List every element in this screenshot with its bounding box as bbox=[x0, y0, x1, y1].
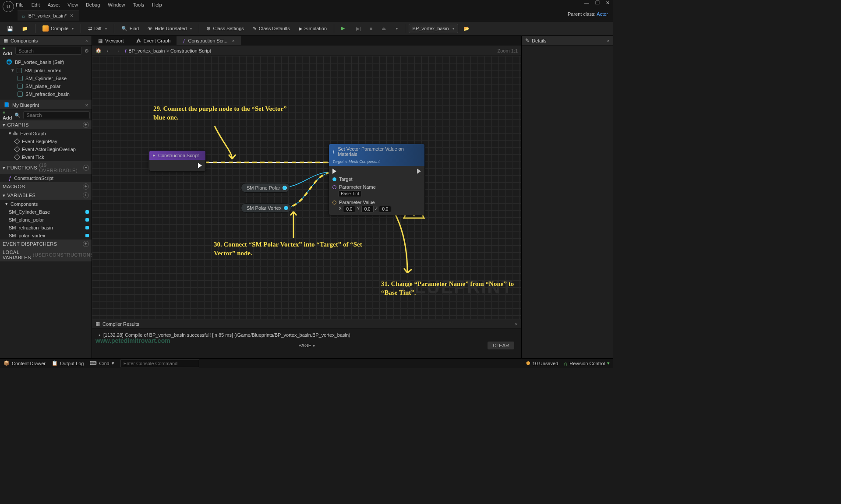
revision-control-button[interactable]: ⎌ Revision Control ▾ bbox=[564, 360, 610, 366]
tree-row[interactable]: 🌐BP_vortex_basin (Self) bbox=[0, 58, 92, 66]
play-button[interactable]: ▶ bbox=[338, 24, 351, 33]
debug-target-dropdown[interactable]: BP_vortex_basin bbox=[409, 24, 458, 33]
bp-row[interactable]: SM_refraction_basin bbox=[0, 224, 92, 232]
add-icon[interactable]: + bbox=[83, 122, 89, 128]
minimize-button[interactable]: — bbox=[584, 0, 589, 6]
tree-row[interactable]: SM_refraction_basin bbox=[0, 90, 92, 98]
pause-button[interactable]: ▶| bbox=[353, 24, 364, 33]
event-dispatchers-header[interactable]: EVENT DISPATCHERS+ bbox=[0, 240, 92, 248]
components-panel-tab[interactable]: ▦Components× bbox=[0, 36, 92, 46]
tree-row[interactable]: SM_Cylinder_Base bbox=[0, 74, 92, 82]
param-name-field[interactable]: Base Tint bbox=[339, 190, 361, 197]
close-icon[interactable]: × bbox=[515, 321, 518, 327]
exec-in-pin[interactable] bbox=[332, 169, 336, 174]
param-name-pin[interactable] bbox=[332, 185, 336, 189]
breadcrumb[interactable]: ƒ BP_vortex_basin > Construction Script bbox=[124, 48, 211, 53]
node-sm-polar-vortex[interactable]: SM Polar Vortex bbox=[241, 203, 291, 213]
stop-button[interactable]: ■ bbox=[366, 24, 376, 33]
save-button[interactable]: 💾 bbox=[4, 24, 17, 33]
page-dropdown[interactable]: PAGE ▾ bbox=[298, 343, 315, 348]
nav-back-icon[interactable]: ← bbox=[106, 48, 111, 53]
tree-row[interactable]: SM_plane_polar bbox=[0, 82, 92, 90]
menu-file[interactable]: File bbox=[16, 2, 24, 7]
local-vars-header[interactable]: LOCAL VARIABLES(USERCONSTRUCTIONSCRI+ bbox=[0, 248, 92, 261]
add-component-button[interactable]: + Add bbox=[3, 46, 13, 56]
details-panel-tab[interactable]: ✎Details× bbox=[522, 36, 613, 46]
exec-out-pin[interactable] bbox=[198, 163, 202, 168]
close-icon[interactable]: × bbox=[607, 38, 610, 43]
content-drawer-button[interactable]: 📦 Content Drawer bbox=[4, 360, 46, 366]
myblueprint-panel-tab[interactable]: 📘My Blueprint× bbox=[0, 100, 92, 110]
console-input[interactable] bbox=[120, 359, 199, 367]
add-blueprint-button[interactable]: + Add bbox=[3, 110, 12, 120]
y-field[interactable]: 0.0 bbox=[361, 206, 374, 212]
clear-button[interactable]: CLEAR bbox=[488, 342, 514, 349]
tab-construction[interactable]: ƒConstruction Scr...× bbox=[177, 36, 240, 45]
close-button[interactable]: ✕ bbox=[606, 0, 610, 6]
menu-asset[interactable]: Asset bbox=[48, 2, 60, 7]
nav-back-icon[interactable]: 🏠 bbox=[95, 48, 102, 53]
z-field[interactable]: 0.0 bbox=[379, 206, 391, 212]
eject-button[interactable]: ⏏ bbox=[378, 24, 389, 33]
blueprint-search[interactable] bbox=[23, 111, 90, 119]
bp-row[interactable]: SM_plane_polar bbox=[0, 216, 92, 224]
graph-canvas[interactable]: BLUEPRINT bbox=[92, 56, 521, 319]
close-tab-button[interactable]: × bbox=[70, 13, 73, 19]
find-button[interactable]: 🔍Find bbox=[118, 24, 142, 33]
play-options-button[interactable] bbox=[391, 25, 401, 32]
output-pin[interactable] bbox=[283, 186, 287, 190]
bp-row[interactable]: ▾ ⁂EventGraph bbox=[0, 129, 92, 137]
cmd-button[interactable]: ⌨ Cmd ▾ bbox=[90, 360, 114, 366]
menu-window[interactable]: Window bbox=[108, 2, 125, 7]
close-icon[interactable]: × bbox=[85, 38, 88, 43]
variables-header[interactable]: ▾VARIABLES+ bbox=[0, 191, 92, 200]
bp-row[interactable]: Event BeginPlay bbox=[0, 137, 92, 145]
class-settings-button[interactable]: ⚙Class Settings bbox=[203, 24, 247, 33]
components-search[interactable] bbox=[15, 47, 82, 55]
bp-row[interactable]: SM_polar_vortex bbox=[0, 232, 92, 240]
close-icon[interactable]: × bbox=[232, 38, 234, 43]
macros-header[interactable]: MACROS+ bbox=[0, 182, 92, 191]
browse-button[interactable]: 📁 bbox=[18, 24, 32, 33]
menu-edit[interactable]: Edit bbox=[32, 2, 40, 7]
parent-class-link[interactable]: Actor bbox=[597, 11, 608, 17]
locate-button[interactable]: 📂 bbox=[460, 24, 473, 33]
maximize-button[interactable]: ❐ bbox=[595, 0, 600, 6]
menu-debug[interactable]: Debug bbox=[86, 2, 100, 7]
bp-row[interactable]: Event ActorBeginOverlap bbox=[0, 145, 92, 153]
close-icon[interactable]: × bbox=[85, 102, 88, 108]
add-icon[interactable]: + bbox=[83, 183, 89, 190]
diff-button[interactable]: ⇄Diff bbox=[85, 24, 110, 33]
tree-row[interactable]: ▾SM_polar_vortex bbox=[0, 66, 92, 74]
class-defaults-button[interactable]: ✎Class Defaults bbox=[249, 24, 293, 33]
hide-unrelated-button[interactable]: 👁Hide Unrelated bbox=[144, 24, 195, 33]
bp-row[interactable]: ▾Components bbox=[0, 200, 92, 208]
add-icon[interactable]: + bbox=[83, 241, 89, 247]
output-pin[interactable] bbox=[284, 206, 288, 210]
compile-button[interactable]: Compile bbox=[39, 24, 77, 33]
exec-out-pin[interactable] bbox=[417, 169, 421, 174]
bp-row[interactable]: ƒConstructionScript bbox=[0, 174, 92, 182]
output-log-button[interactable]: 📋 Output Log bbox=[52, 360, 84, 366]
param-value-pin[interactable] bbox=[332, 201, 336, 204]
tab-viewport[interactable]: ▦Viewport bbox=[92, 36, 130, 46]
node-sm-plane-polar[interactable]: SM Plane Polar bbox=[241, 183, 290, 193]
gear-icon[interactable]: ⚙ bbox=[85, 48, 89, 54]
target-pin[interactable] bbox=[332, 177, 336, 181]
compiler-tab[interactable]: ▦Compiler Results× bbox=[92, 319, 521, 329]
bp-row[interactable]: Event Tick bbox=[0, 153, 92, 161]
nav-fwd-icon[interactable]: → bbox=[115, 48, 120, 53]
tab-eventgraph[interactable]: ⁂Event Graph bbox=[130, 36, 177, 46]
menu-help[interactable]: Help bbox=[152, 2, 162, 7]
node-set-vector-parameter[interactable]: ƒSet Vector Parameter Value on Materials… bbox=[329, 144, 425, 215]
unsaved-button[interactable]: ⬢ 10 Unsaved bbox=[526, 360, 558, 366]
node-construction-script[interactable]: ▸Construction Script bbox=[149, 150, 206, 172]
graphs-header[interactable]: ▾GRAPHS+ bbox=[0, 120, 92, 129]
simulation-button[interactable]: ▶Simulation bbox=[295, 24, 330, 33]
document-tab[interactable]: ⌂ BP_vortex_basin* × bbox=[18, 11, 79, 21]
menu-view[interactable]: View bbox=[67, 2, 78, 7]
functions-header[interactable]: ▾FUNCTIONS(19 OVERRIDABLE)+ bbox=[0, 161, 92, 174]
bp-row[interactable]: SM_Cylinder_Base bbox=[0, 208, 92, 216]
add-icon[interactable]: + bbox=[83, 165, 89, 171]
add-icon[interactable]: + bbox=[83, 192, 89, 198]
